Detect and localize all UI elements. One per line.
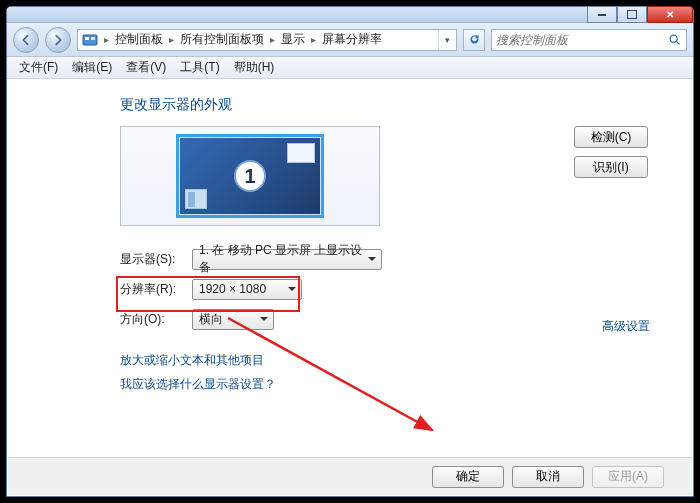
breadcrumb-seg-1[interactable]: 控制面板 — [111, 31, 167, 48]
forward-button[interactable] — [45, 27, 71, 53]
resolution-label: 分辨率(R): — [120, 281, 182, 298]
search-icon[interactable] — [667, 33, 682, 47]
identify-button[interactable]: 识别(I) — [574, 156, 648, 178]
close-button[interactable] — [647, 6, 693, 23]
breadcrumb-seg-3[interactable]: 显示 — [277, 31, 309, 48]
orientation-combo[interactable]: 横向 — [192, 309, 274, 330]
desktop-thumb-icon — [287, 143, 315, 163]
svg-rect-2 — [91, 37, 95, 40]
breadcrumb[interactable]: ▸ 控制面板 ▸ 所有控制面板项 ▸ 显示 ▸ 屏幕分辨率 ▾ — [77, 29, 457, 51]
orientation-label: 方向(O): — [120, 311, 182, 328]
minimize-button[interactable] — [587, 6, 617, 23]
svg-line-4 — [676, 41, 679, 44]
back-button[interactable] — [13, 27, 39, 53]
preview-row: 1 检测(C) 识别(I) — [120, 126, 658, 226]
breadcrumb-dropdown[interactable]: ▾ — [438, 30, 456, 50]
desktop-thumb-icon — [185, 189, 207, 209]
window-frame: ▸ 控制面板 ▸ 所有控制面板项 ▸ 显示 ▸ 屏幕分辨率 ▾ 文件(F) 编辑… — [6, 6, 694, 497]
display-combo[interactable]: 1. 在 移动 PC 显示屏 上显示设备 — [192, 249, 382, 270]
help-links: 放大或缩小文本和其他项目 我应该选择什么显示器设置？ — [120, 348, 276, 396]
breadcrumb-seg-2[interactable]: 所有控制面板项 — [176, 31, 268, 48]
menu-view[interactable]: 查看(V) — [120, 57, 172, 78]
menu-tools[interactable]: 工具(T) — [174, 57, 225, 78]
apply-button: 应用(A) — [592, 466, 664, 488]
chevron-right-icon: ▸ — [102, 34, 111, 45]
zoom-text-link[interactable]: 放大或缩小文本和其他项目 — [120, 348, 276, 372]
display-value: 1. 在 移动 PC 显示屏 上显示设备 — [199, 242, 363, 276]
dialog-footer: 确定 取消 应用(A) — [8, 457, 692, 495]
resolution-value: 1920 × 1080 — [199, 282, 266, 296]
chevron-right-icon: ▸ — [167, 34, 176, 45]
orientation-value: 横向 — [199, 311, 223, 328]
cancel-button[interactable]: 取消 — [512, 466, 584, 488]
side-buttons: 检测(C) 识别(I) — [574, 126, 648, 178]
titlebar — [7, 7, 693, 23]
chevron-right-icon: ▸ — [268, 34, 277, 45]
display-label: 显示器(S): — [120, 251, 182, 268]
window-controls — [587, 6, 693, 23]
which-display-link[interactable]: 我应该选择什么显示器设置？ — [120, 372, 276, 396]
svg-point-3 — [670, 35, 677, 42]
breadcrumb-seg-4[interactable]: 屏幕分辨率 — [318, 31, 386, 48]
monitor-number: 1 — [234, 160, 266, 192]
search-box[interactable] — [491, 29, 687, 51]
nav-bar: ▸ 控制面板 ▸ 所有控制面板项 ▸ 显示 ▸ 屏幕分辨率 ▾ — [7, 23, 693, 57]
resolution-combo[interactable]: 1920 × 1080 — [192, 279, 302, 300]
menu-help[interactable]: 帮助(H) — [228, 57, 281, 78]
detect-button[interactable]: 检测(C) — [574, 126, 648, 148]
search-input[interactable] — [496, 33, 667, 47]
svg-rect-1 — [85, 37, 89, 40]
menu-bar: 文件(F) 编辑(E) 查看(V) 工具(T) 帮助(H) — [7, 57, 693, 79]
menu-edit[interactable]: 编辑(E) — [66, 57, 118, 78]
ok-button[interactable]: 确定 — [432, 466, 504, 488]
refresh-button[interactable] — [463, 29, 485, 51]
content-area: 更改显示器的外观 1 检测(C) 识别(I) 显示器(S): 1. 在 移动 — [8, 80, 692, 456]
settings-form: 显示器(S): 1. 在 移动 PC 显示屏 上显示设备 分辨率(R): 192… — [120, 244, 658, 334]
menu-file[interactable]: 文件(F) — [13, 57, 64, 78]
monitor-1[interactable]: 1 — [176, 134, 324, 218]
advanced-settings-link[interactable]: 高级设置 — [602, 318, 650, 335]
chevron-right-icon: ▸ — [309, 34, 318, 45]
control-panel-icon — [82, 33, 98, 47]
monitor-preview[interactable]: 1 — [120, 126, 380, 226]
page-title: 更改显示器的外观 — [120, 96, 658, 114]
maximize-button[interactable] — [617, 6, 647, 23]
